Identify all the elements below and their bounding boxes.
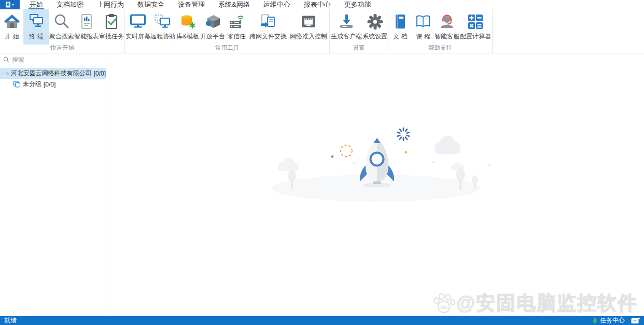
download-arrow-icon [592,317,598,324]
smart-service-icon [438,12,456,31]
open-platform-icon [203,12,222,31]
baidu-paw-icon: du [432,292,456,314]
chevron-down-icon[interactable] [2,71,4,76]
ribbon-item-home[interactable]: 开 始 [1,9,23,45]
approval-task-icon [102,12,121,31]
ribbon-item-network-access-control[interactable]: 网络准入控制 [288,9,329,45]
search-icon [3,56,9,63]
tab-report-center[interactable]: 报表中心 [297,0,338,9]
tree-node-count: [0/0] [94,70,106,77]
ribbon-group-label: 设置 [330,45,387,53]
tab-home[interactable]: 开始 [23,0,50,9]
status-text: 就绪 [4,316,17,325]
sidebar-search-row [0,53,106,66]
terminal-tree: 河北安固云网络科技有限公司 [0/0] 未分组 [0/0] [0,66,106,90]
tab-web-behavior[interactable]: 上网行为 [90,0,131,9]
menu-tabs: 开始 文档加密 上网行为 数据安全 设备管理 系统&网络 运维中心 报表中心 更… [23,0,378,9]
watermark-text: @安固电脑监控软件 [456,293,638,314]
tab-data-security[interactable]: 数据安全 [131,0,171,9]
computer-group-icon [6,70,9,77]
ribbon-toolbar: 开 始 终 端 聚 [0,9,644,53]
zero-trust-icon [227,12,246,31]
ribbon-item-system-settings[interactable]: 系统设置 [362,9,387,45]
ribbon-item-library-template[interactable]: 库&模板 [175,9,200,45]
ribbon-group-help: 文 档 课 程 [388,9,493,53]
ribbon-group-common-tools: 实时屏幕 远程协助 [125,9,330,53]
empty-state-illustration [262,116,500,209]
terminal-tree-sidebar: 河北安固云网络科技有限公司 [0/0] 未分组 [0/0] [0,53,106,316]
ribbon-item-config-calculator[interactable]: 配置计算器 [459,9,492,45]
content-area: 河北安固云网络科技有限公司 [0/0] 未分组 [0/0] [0,53,644,316]
system-settings-icon [366,12,384,31]
ribbon-group-quick-start: 开 始 终 端 聚 [0,9,125,53]
ribbon-item-open-platform[interactable]: 开放平台 [200,9,225,45]
ribbon-item-remote-assist[interactable]: 远程协助 [150,9,175,45]
ribbon-item-approval-task[interactable]: 审批任务 [99,9,124,45]
home-icon [3,12,21,31]
group-folder-icon [13,81,21,88]
ribbon-group-label: 常用工具 [125,45,329,53]
main-panel: du @安固电脑监控软件 [106,53,644,316]
app-window: 开始 文档加密 上网行为 数据安全 设备管理 系统&网络 运维中心 报表中心 更… [0,0,644,325]
smart-report-icon [77,12,96,31]
task-center-button[interactable]: 任务中心 [592,316,625,325]
remote-assist-icon [153,12,172,31]
watermark: du @安固电脑监控软件 [432,292,638,314]
statusbar: 就绪 任务中心 [0,316,644,325]
tab-device-manage[interactable]: 设备管理 [171,0,212,9]
cross-network-file-icon [259,12,277,31]
tree-node-count: [0/0] [44,81,55,88]
ribbon-group-label: 帮助支持 [389,45,492,53]
mini-screen-icon[interactable] [631,318,640,324]
task-center-label: 任务中心 [600,316,625,325]
ribbon-group-label: 快速开始 [1,45,124,53]
ribbon-item-smart-report[interactable]: 智能报表 [74,9,99,45]
ribbon-item-smart-service[interactable]: 智能客服 [435,9,459,45]
search-input[interactable] [12,56,103,63]
generate-client-icon [337,12,356,31]
ribbon-group-settings: 生成客户端 系统设置 设置 [330,9,388,53]
tree-node-label: 未分组 [23,80,41,89]
aggregate-search-icon [52,12,71,31]
ribbon-item-realtime-screen[interactable]: 实时屏幕 [125,9,150,45]
document-icon [391,12,410,31]
ribbon-item-cross-network-file[interactable]: 跨网文件交换 [248,9,288,45]
ribbon-item-generate-client[interactable]: 生成客户端 [330,9,362,45]
tab-doc-encrypt[interactable]: 文档加密 [50,0,90,9]
tree-node-ungrouped[interactable]: 未分组 [0/0] [0,79,106,90]
ribbon-item-aggregate-search[interactable]: 聚合搜索 [49,9,74,45]
config-calculator-icon [466,12,485,31]
svg-text:du: du [440,304,447,310]
app-menu-button[interactable] [0,0,20,9]
realtime-screen-icon [129,12,147,31]
library-template-icon [178,12,197,31]
tree-node-label: 河北安固云网络科技有限公司 [11,69,92,78]
ribbon-item-zero-trust[interactable]: 零信任 [225,9,248,45]
tab-more[interactable]: 更多功能 [338,0,378,9]
course-icon [414,12,432,31]
tree-node-company[interactable]: 河北安固云网络科技有限公司 [0/0] [0,68,106,79]
tab-system-network[interactable]: 系统&网络 [212,0,257,9]
menubar: 开始 文档加密 上网行为 数据安全 设备管理 系统&网络 运维中心 报表中心 更… [0,0,644,9]
ribbon-item-document[interactable]: 文 档 [389,9,412,45]
ribbon-item-course[interactable]: 课 程 [412,9,435,45]
ribbon-item-terminal[interactable]: 终 端 [23,9,49,45]
app-menu-icon [5,1,15,8]
terminal-icon [27,12,46,31]
network-access-icon [299,12,318,31]
tab-ops-center[interactable]: 运维中心 [257,0,297,9]
